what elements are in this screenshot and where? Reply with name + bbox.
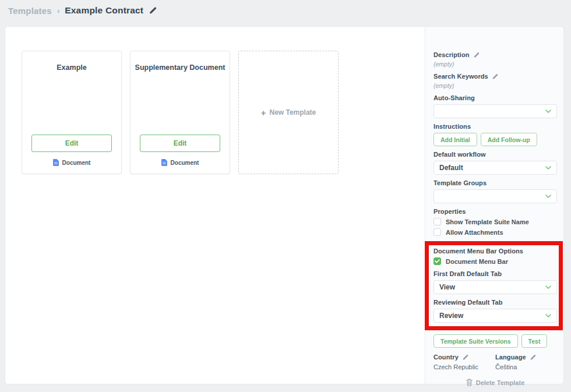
chevron-down-icon [545, 285, 551, 289]
auto-sharing-label: Auto-Sharing [433, 94, 557, 102]
checkbox-document-menu-bar[interactable]: Document Menu Bar [433, 257, 557, 266]
search-keywords-label: Search Keywords [433, 73, 488, 80]
plus-icon: + [261, 108, 266, 117]
checkbox-allow-attachments[interactable]: Allow Attachments [433, 228, 557, 236]
template-title: Supplementary Document [131, 63, 230, 72]
checkbox-label: Document Menu Bar [446, 258, 508, 265]
breadcrumb: Templates › Example Contract [8, 5, 157, 16]
reviewing-tab-select-value: Review [439, 312, 463, 320]
template-suite-panel: Example Edit Document Supplementary Docu… [5, 26, 564, 384]
template-type-label: Document [62, 160, 91, 166]
default-workflow-label: Default workflow [433, 151, 557, 158]
properties-field: Properties Show Template Suite Name Allo… [433, 208, 557, 236]
language-value: Čeština [495, 363, 557, 371]
default-workflow-field: Default workflow Default [433, 151, 557, 175]
trash-icon [466, 379, 473, 386]
template-title: Example [22, 63, 121, 72]
country-value: Czech Republic [433, 363, 495, 371]
templates-area: Example Edit Document Supplementary Docu… [5, 27, 425, 384]
template-type-label: Document [171, 160, 199, 166]
new-template-label: New Template [269, 108, 316, 116]
template-groups-label: Template Groups [433, 179, 557, 187]
edit-button[interactable]: Edit [140, 135, 220, 152]
description-value: (empty) [433, 61, 557, 68]
chevron-down-icon [545, 314, 551, 317]
delete-template-button[interactable]: Delete Template [433, 379, 557, 386]
test-button[interactable]: Test [521, 334, 548, 348]
country-label: Country [433, 354, 459, 361]
red-highlight-box: Document Menu Bar Options Document Menu … [425, 241, 563, 330]
template-groups-select[interactable] [433, 189, 557, 203]
edit-language-pencil-icon[interactable] [530, 354, 536, 361]
breadcrumb-templates-link[interactable]: Templates [8, 6, 52, 16]
page-title: Example Contract [65, 5, 143, 16]
language-field: Language Čeština [495, 354, 557, 371]
description-label: Description [433, 51, 470, 59]
new-template-button[interactable]: + New Template [238, 51, 339, 174]
checkbox-label: Show Template Suite Name [446, 218, 529, 225]
chevron-down-icon [545, 195, 551, 198]
edit-title-pencil-icon[interactable] [149, 6, 157, 15]
default-workflow-select[interactable]: Default [433, 161, 557, 175]
template-suite-versions-button[interactable]: Template Suite Versions [433, 334, 518, 348]
properties-label: Properties [433, 208, 557, 216]
reviewing-default-tab-field: Reviewing Default Tab Review [433, 299, 557, 323]
template-type-row: Document [131, 159, 230, 166]
checkbox-unchecked-icon [433, 218, 441, 225]
instructions-label: Instructions [433, 123, 557, 130]
breadcrumb-separator: › [57, 6, 59, 15]
template-groups-field: Template Groups [433, 179, 557, 203]
instructions-field: Instructions Add Initial Add Follow-up [433, 123, 557, 146]
search-keywords-value: (empty) [433, 82, 557, 90]
locale-row: Country Czech Republic Language Čeština [433, 354, 557, 371]
document-menu-bar-options-label: Document Menu Bar Options [433, 248, 557, 255]
delete-template-label: Delete Template [476, 379, 525, 386]
edit-search-keywords-pencil-icon[interactable] [492, 73, 498, 80]
document-icon [53, 159, 59, 166]
add-initial-button[interactable]: Add Initial [433, 133, 477, 146]
checkbox-label: Allow Attachments [446, 229, 503, 236]
add-follow-up-button[interactable]: Add Follow-up [481, 133, 537, 146]
sidebar-actions-row: Template Suite Versions Test [433, 334, 557, 348]
auto-sharing-select[interactable] [433, 104, 557, 118]
first-draft-default-tab-select[interactable]: View [433, 280, 557, 294]
reviewing-default-tab-select[interactable]: Review [433, 309, 557, 323]
checkbox-unchecked-icon [433, 228, 441, 236]
template-type-row: Document [22, 159, 121, 166]
template-settings-sidebar: Description (empty) Search Keywords (emp… [425, 27, 563, 384]
description-field: Description (empty) [433, 51, 557, 68]
chevron-down-icon [545, 166, 551, 169]
chevron-down-icon [545, 110, 551, 113]
template-card-supplementary: Supplementary Document Edit Document [130, 51, 230, 174]
document-menu-bar-options-field: Document Menu Bar Options Document Menu … [433, 248, 557, 266]
first-draft-default-tab-field: First Draft Default Tab View [433, 270, 557, 294]
default-workflow-select-value: Default [439, 164, 463, 172]
document-icon [161, 159, 167, 166]
first-draft-tab-select-value: View [439, 283, 455, 291]
checkbox-checked-icon [433, 257, 441, 265]
first-draft-default-tab-label: First Draft Default Tab [433, 270, 557, 278]
reviewing-default-tab-label: Reviewing Default Tab [433, 299, 557, 306]
auto-sharing-field: Auto-Sharing [433, 94, 557, 118]
search-keywords-field: Search Keywords (empty) [433, 73, 557, 90]
edit-button[interactable]: Edit [31, 135, 112, 152]
checkbox-show-template-suite-name[interactable]: Show Template Suite Name [433, 217, 557, 226]
language-label: Language [495, 354, 526, 361]
edit-description-pencil-icon[interactable] [473, 52, 480, 58]
template-card-example: Example Edit Document [22, 51, 122, 174]
country-field: Country Czech Republic [433, 354, 495, 371]
edit-country-pencil-icon[interactable] [462, 354, 468, 361]
